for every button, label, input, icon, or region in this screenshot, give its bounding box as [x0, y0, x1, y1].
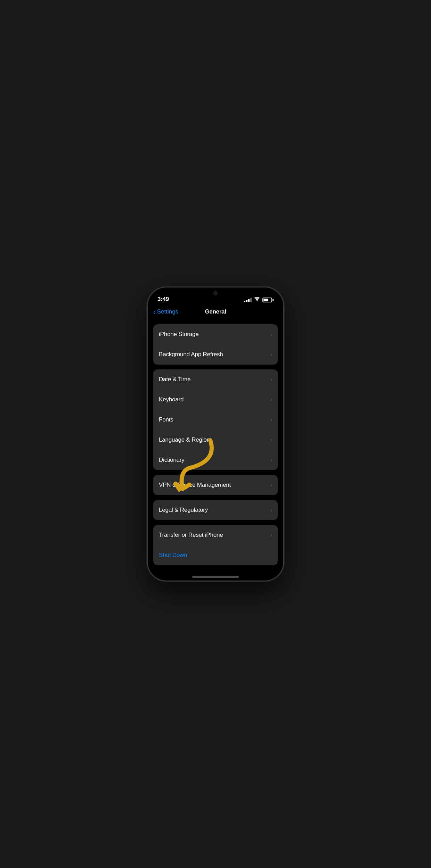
legal-regulatory-row[interactable]: Legal & Regulatory ›: [153, 500, 278, 520]
chevron-icon: ›: [270, 507, 272, 513]
notch: [189, 287, 242, 299]
legal-group: Legal & Regulatory ›: [153, 500, 278, 520]
date-time-label: Date & Time: [159, 376, 190, 383]
fonts-row[interactable]: Fonts ›: [153, 410, 278, 430]
chevron-icon: ›: [270, 532, 272, 538]
language-group: Date & Time › Keyboard › Fonts › Languag…: [153, 369, 278, 470]
shut-down-label: Shut Down: [159, 552, 187, 559]
date-time-row[interactable]: Date & Time ›: [153, 369, 278, 390]
signal-bar-2: [246, 300, 247, 302]
legal-regulatory-label: Legal & Regulatory: [159, 507, 208, 514]
chevron-icon: ›: [270, 351, 272, 358]
keyboard-label: Keyboard: [159, 396, 184, 403]
screen-content[interactable]: ‹ Settings General iPhone Storage › Back…: [148, 287, 283, 581]
chevron-icon: ›: [270, 331, 272, 337]
chevron-icon: ›: [270, 457, 272, 463]
dictionary-label: Dictionary: [159, 457, 185, 464]
signal-bar-4: [250, 298, 252, 302]
vpn-group: VPN & Device Management ›: [153, 475, 278, 495]
bottom-spacer: [148, 570, 283, 581]
back-button[interactable]: ‹ Settings: [153, 308, 178, 315]
page-title: General: [205, 308, 226, 315]
signal-icon: [244, 298, 252, 302]
phone-screen: 3:49: [148, 287, 283, 581]
storage-group: iPhone Storage › Background App Refresh …: [153, 324, 278, 365]
signal-bar-3: [248, 299, 250, 302]
background-app-refresh-label: Background App Refresh: [159, 351, 223, 358]
phone-frame: 3:49: [148, 287, 283, 581]
fonts-label: Fonts: [159, 416, 173, 423]
iphone-storage-row[interactable]: iPhone Storage ›: [153, 324, 278, 344]
chevron-icon: ›: [270, 397, 272, 403]
camera: [213, 291, 218, 295]
background-app-refresh-row[interactable]: Background App Refresh ›: [153, 344, 278, 365]
transfer-reset-label: Transfer or Reset iPhone: [159, 532, 223, 539]
chevron-icon: ›: [270, 437, 272, 443]
keyboard-row[interactable]: Keyboard ›: [153, 390, 278, 410]
dictionary-row[interactable]: Dictionary ›: [153, 450, 278, 470]
home-indicator: [192, 576, 239, 578]
chevron-icon: ›: [270, 376, 272, 383]
battery-icon: [262, 298, 274, 302]
vpn-device-row[interactable]: VPN & Device Management ›: [153, 475, 278, 495]
language-region-label: Language & Region: [159, 436, 210, 443]
reset-group: Transfer or Reset iPhone › Shut Down: [153, 525, 278, 565]
status-icons: [244, 297, 274, 303]
back-label: Settings: [157, 308, 178, 315]
wifi-icon: [254, 297, 260, 303]
chevron-icon: ›: [270, 417, 272, 423]
transfer-reset-row[interactable]: Transfer or Reset iPhone ›: [153, 525, 278, 545]
iphone-storage-label: iPhone Storage: [159, 331, 198, 338]
vpn-device-label: VPN & Device Management: [159, 482, 231, 489]
signal-bar-1: [244, 301, 245, 302]
back-chevron-icon: ‹: [153, 308, 156, 315]
status-time: 3:49: [157, 296, 169, 303]
nav-header: ‹ Settings General: [148, 305, 283, 319]
shut-down-row[interactable]: Shut Down: [153, 545, 278, 565]
language-region-row[interactable]: Language & Region ›: [153, 430, 278, 450]
chevron-icon: ›: [270, 482, 272, 488]
